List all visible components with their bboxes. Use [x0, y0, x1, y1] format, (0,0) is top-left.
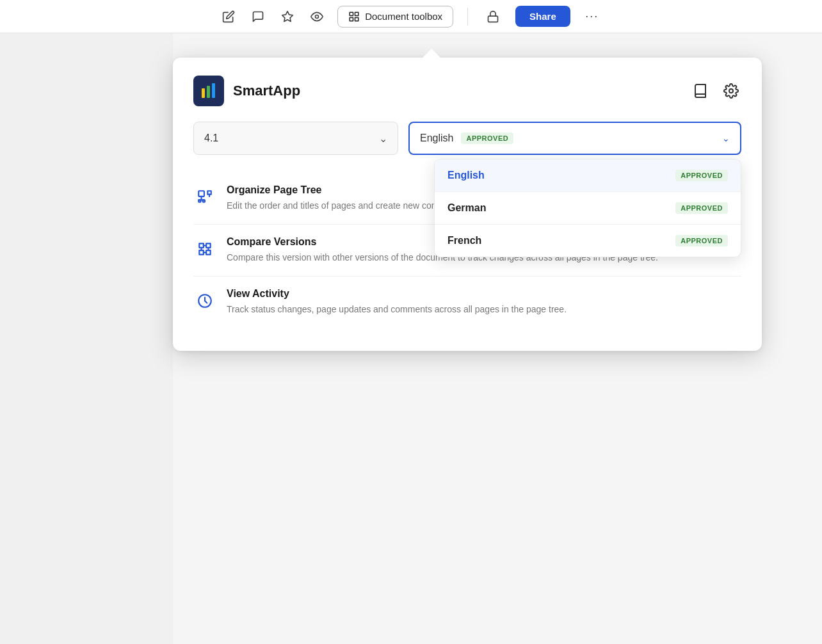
dropdown-item-english[interactable]: English APPROVED [435, 159, 741, 192]
language-value: English [420, 133, 453, 144]
main-area: SmartApp 4.1 [0, 33, 822, 644]
svg-rect-2 [350, 12, 353, 15]
svg-point-10 [729, 89, 733, 93]
comment-icon[interactable] [249, 8, 267, 26]
version-select[interactable]: 4.1 ⌄ [193, 122, 398, 155]
compare-icon [193, 237, 216, 261]
dropdown-item-german[interactable]: German APPROVED [435, 192, 741, 225]
svg-rect-6 [488, 16, 498, 22]
svg-rect-13 [203, 200, 205, 202]
svg-rect-5 [355, 17, 359, 20]
svg-rect-8 [207, 86, 210, 98]
top-bar: Document toolbox Share ··· [0, 0, 822, 33]
lang-left: English APPROVED [420, 133, 513, 144]
svg-marker-0 [282, 11, 293, 21]
activity-title: View Activity [227, 288, 741, 300]
lock-icon[interactable] [482, 6, 504, 28]
version-chevron: ⌄ [379, 133, 387, 145]
version-value: 4.1 [204, 133, 218, 144]
approved-badge: APPROVED [461, 133, 513, 144]
activity-icon [193, 289, 216, 312]
toolbar-icons: Document toolbox Share ··· [220, 6, 602, 28]
dropdown-english-label: English [447, 170, 485, 181]
app-logo-area: SmartApp [193, 76, 300, 106]
language-dropdown: English APPROVED German APPROVED French … [434, 159, 741, 257]
svg-rect-4 [350, 17, 353, 20]
dropdown-german-label: German [447, 202, 486, 214]
book-icon[interactable] [690, 81, 711, 101]
svg-rect-9 [212, 83, 215, 98]
view-icon[interactable] [308, 8, 326, 26]
activity-desc: Track status changes, page updates and c… [227, 303, 741, 316]
settings-icon[interactable] [721, 81, 741, 101]
svg-point-1 [316, 15, 319, 18]
share-button[interactable]: Share [515, 6, 570, 27]
language-select[interactable]: English APPROVED ⌄ [408, 122, 741, 155]
dropdown-french-label: French [447, 235, 481, 246]
dropdown-french-badge: APPROVED [675, 235, 728, 246]
svg-rect-12 [198, 200, 200, 202]
activity-content: View Activity Track status changes, page… [227, 288, 741, 316]
document-toolbox-button[interactable]: Document toolbox [337, 6, 453, 28]
document-toolbox-label: Document toolbox [365, 11, 442, 22]
app-name: SmartApp [233, 83, 300, 99]
document-toolbox-panel: SmartApp 4.1 [173, 58, 762, 351]
left-sidebar [0, 33, 173, 644]
star-icon[interactable] [278, 8, 296, 26]
organize-icon [193, 186, 216, 209]
dropdown-english-badge: APPROVED [675, 170, 728, 181]
app-logo [193, 76, 224, 106]
svg-rect-3 [355, 12, 359, 15]
more-options-button[interactable]: ··· [582, 6, 602, 27]
dropdown-item-french[interactable]: French APPROVED [435, 225, 741, 257]
svg-rect-11 [198, 191, 204, 197]
controls-row: 4.1 ⌄ English APPROVED ⌄ English APPROVE… [193, 122, 741, 155]
toolbar-divider [467, 8, 468, 26]
svg-rect-7 [202, 88, 205, 98]
language-chevron-down: ⌄ [722, 133, 730, 143]
panel-header-icons [690, 81, 741, 101]
edit-icon[interactable] [220, 8, 238, 26]
dropdown-german-badge: APPROVED [675, 202, 728, 214]
menu-item-activity[interactable]: View Activity Track status changes, page… [193, 277, 741, 328]
panel-app-header: SmartApp [193, 76, 741, 106]
